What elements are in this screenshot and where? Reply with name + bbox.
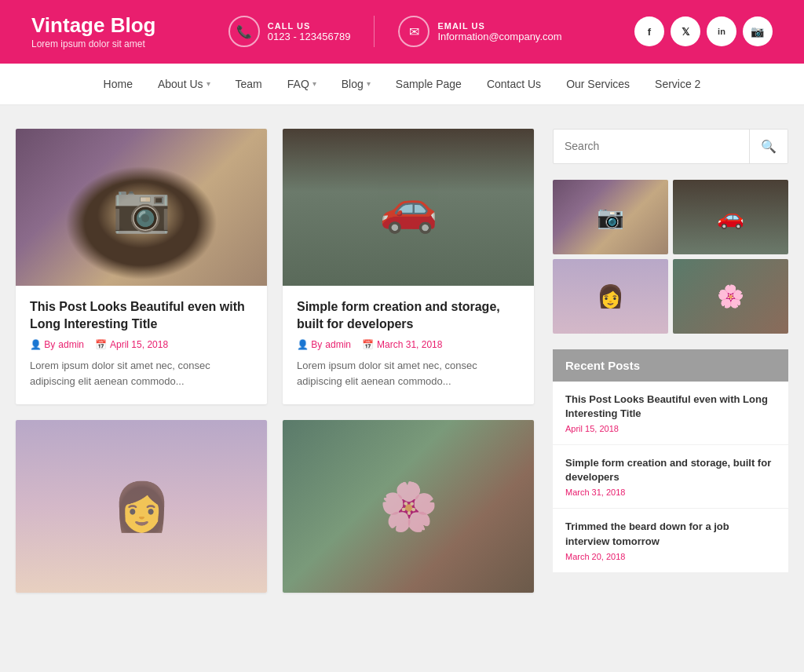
nav-blog[interactable]: Blog ▾ (329, 64, 383, 104)
call-label: CALL US (268, 21, 351, 31)
instagram-button[interactable]: 📷 (743, 16, 773, 46)
phone-info: CALL US 0123 - 123456789 (268, 21, 351, 42)
main-nav: Home About Us ▾ Team FAQ ▾ Blog ▾ Sample… (0, 64, 804, 105)
site-title: Vintage Blog (31, 14, 155, 37)
post-content: Simple form creation and storage, built … (283, 286, 534, 405)
post-thumbnail-camera (16, 129, 267, 286)
recent-post-item: This Post Looks Beautiful even with Long… (553, 382, 788, 445)
recent-post-date: April 15, 2018 (565, 424, 776, 433)
nav-service2[interactable]: Service 2 (642, 64, 713, 104)
about-dropdown-arrow: ▾ (206, 79, 210, 88)
sidebar-thumb-girl[interactable]: 👩 (553, 259, 668, 334)
recent-post-title[interactable]: Simple form creation and storage, built … (565, 456, 776, 484)
post-thumbnail-girl (16, 420, 267, 593)
sidebar-thumbnail-grid: 📷 🚗 👩 🌸 (553, 180, 788, 334)
search-box: 🔍 (553, 129, 788, 164)
recent-posts-header: Recent Posts (553, 349, 788, 382)
post-card: This Post Looks Beautiful even with Long… (16, 129, 267, 405)
recent-post-title[interactable]: This Post Looks Beautiful even with Long… (565, 393, 776, 421)
post-title[interactable]: This Post Looks Beautiful even with Long… (30, 298, 253, 334)
post-excerpt: Lorem ipsum dolor sit amet nec, consec a… (297, 358, 520, 389)
nav-home[interactable]: Home (91, 64, 145, 104)
faq-dropdown-arrow: ▾ (312, 79, 316, 88)
social-links: f 𝕏 in 📷 (634, 16, 773, 46)
site-tagline: Lorem ipsum dolor sit amet (31, 38, 155, 49)
sidebar-thumb-flowers[interactable]: 🌸 (673, 259, 788, 334)
nav-team[interactable]: Team (223, 64, 275, 104)
nav-services[interactable]: Our Services (554, 64, 642, 104)
post-title[interactable]: Simple form creation and storage, built … (297, 298, 520, 334)
post-author: 👤 By admin (297, 339, 351, 350)
post-thumbnail-car (283, 129, 534, 286)
twitter-button[interactable]: 𝕏 (671, 16, 700, 46)
recent-post-date: March 20, 2018 (565, 552, 776, 561)
header-contact: 📞 CALL US 0123 - 123456789 ✉ EMAIL US In… (228, 16, 562, 47)
site-header: Vintage Blog Lorem ipsum dolor sit amet … (0, 0, 804, 64)
main-content: This Post Looks Beautiful even with Long… (16, 129, 534, 593)
sidebar: 🔍 📷 🚗 👩 🌸 Recent Posts This Post Looks B… (553, 129, 788, 593)
post-excerpt: Lorem ipsum dolor sit amet nec, consec a… (30, 358, 253, 389)
email-contact: ✉ EMAIL US Information@company.com (398, 16, 561, 47)
phone-number: 0123 - 123456789 (268, 31, 351, 42)
post-card (16, 420, 267, 593)
email-icon: ✉ (398, 16, 429, 47)
sidebar-thumb-car[interactable]: 🚗 (673, 180, 788, 254)
post-content: This Post Looks Beautiful even with Long… (16, 286, 267, 405)
post-thumbnail-flowers (283, 420, 534, 593)
post-card (283, 420, 534, 593)
post-card: Simple form creation and storage, built … (283, 129, 534, 405)
search-button[interactable]: 🔍 (749, 130, 788, 163)
brand: Vintage Blog Lorem ipsum dolor sit amet (31, 14, 155, 49)
phone-contact: 📞 CALL US 0123 - 123456789 (228, 16, 351, 47)
post-date: 📅 April 15, 2018 (95, 339, 168, 350)
contact-divider (374, 16, 375, 47)
recent-post-title[interactable]: Trimmed the beard down for a job intervi… (565, 520, 776, 548)
blog-dropdown-arrow: ▾ (367, 79, 371, 88)
nav-sample[interactable]: Sample Page (383, 64, 474, 104)
phone-icon: 📞 (228, 16, 260, 47)
sidebar-thumb-camera[interactable]: 📷 (553, 180, 668, 254)
nav-faq[interactable]: FAQ ▾ (275, 64, 329, 104)
post-meta: 👤 By admin 📅 March 31, 2018 (297, 339, 520, 350)
linkedin-button[interactable]: in (707, 16, 736, 46)
recent-post-item: Simple form creation and storage, built … (553, 445, 788, 509)
recent-post-item: Trimmed the beard down for a job intervi… (553, 509, 788, 572)
email-label: EMAIL US (437, 21, 561, 31)
nav-contact[interactable]: Contact Us (474, 64, 554, 104)
email-address: Information@company.com (437, 31, 561, 42)
recent-post-date: March 31, 2018 (565, 488, 776, 497)
email-info: EMAIL US Information@company.com (437, 21, 561, 42)
post-author: 👤 By admin (30, 339, 84, 350)
nav-about[interactable]: About Us ▾ (145, 64, 223, 104)
post-date: 📅 March 31, 2018 (362, 339, 442, 350)
page-body: This Post Looks Beautiful even with Long… (0, 105, 804, 617)
facebook-button[interactable]: f (634, 16, 664, 46)
search-input[interactable] (554, 130, 749, 162)
post-meta: 👤 By admin 📅 April 15, 2018 (30, 339, 253, 350)
